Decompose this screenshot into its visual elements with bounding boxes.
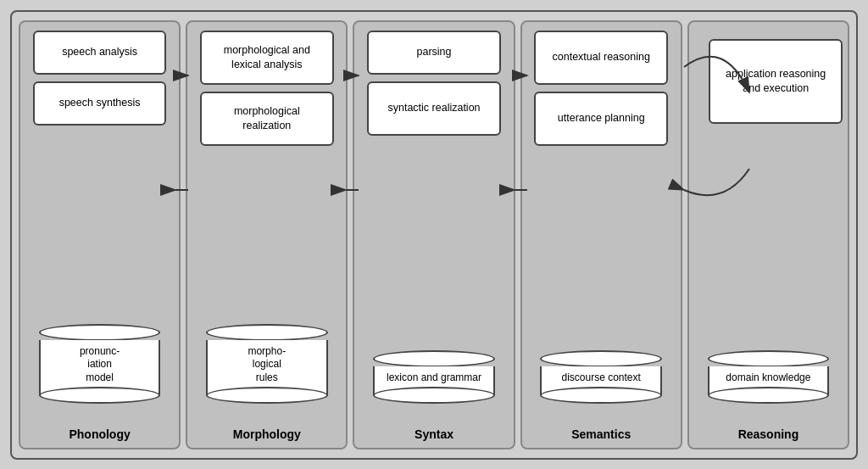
column-reasoning: application reasoning and execution doma… (687, 20, 849, 449)
box-morph-lexical: morphological and lexical analysis (200, 31, 334, 85)
box-app-reasoning: application reasoning and execution (709, 39, 843, 124)
cylinder-discourse: discourse context (540, 349, 662, 404)
column-semantics: contextual reasoning utterance planning … (520, 20, 682, 449)
label-phonology: Phonology (69, 424, 130, 441)
label-morphology: Morphology (233, 424, 301, 441)
box-utterance-planning: utterance planning (534, 92, 668, 146)
cylinder-lexicon: lexicon and grammar (373, 349, 495, 404)
box-syntactic-realization: syntactic realization (367, 81, 501, 136)
box-morph-realization: morphological realization (200, 92, 334, 146)
box-parsing: parsing (367, 31, 501, 75)
label-syntax: Syntax (415, 424, 453, 441)
diagram: speech analysis speech synthesis pronunc… (10, 10, 858, 460)
column-phonology: speech analysis speech synthesis pronunc… (19, 20, 181, 449)
box-speech-analysis: speech analysis (33, 31, 167, 75)
cylinder-morphological: morpho-logicalrules (206, 323, 328, 404)
label-reasoning: Reasoning (738, 424, 799, 441)
cylinder-pronunciation: pronunc-iationmodel (39, 323, 161, 404)
label-semantics: Semantics (571, 424, 631, 441)
cylinder-domain: domain knowledge (708, 349, 830, 404)
box-speech-synthesis: speech synthesis (33, 81, 167, 126)
column-syntax: parsing syntactic realization lexicon an… (353, 20, 515, 449)
box-contextual-reasoning: contextual reasoning (534, 31, 668, 85)
column-morphology: morphological and lexical analysis morph… (186, 20, 348, 449)
